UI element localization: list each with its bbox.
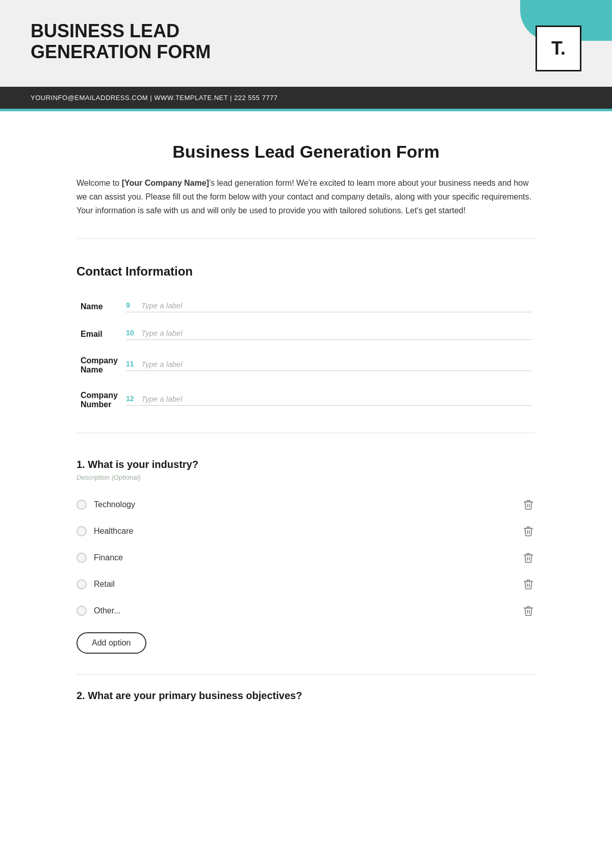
contact-table: Name 9 Type a label Email 10 Type a labe… <box>76 293 536 417</box>
main-content: Business Lead Generation Form Welcome to… <box>26 111 586 735</box>
radio-option-technology: Technology <box>76 491 536 518</box>
header-logo: T. <box>536 26 581 71</box>
question-1-section: 1. What is your industry? Description (O… <box>76 459 536 654</box>
field-row-email: 10 Type a label <box>126 329 531 340</box>
radio-label-technology: Technology <box>94 500 135 509</box>
field-placeholder-company-name: Type a label <box>141 360 183 368</box>
radio-circle-other[interactable] <box>76 606 87 616</box>
field-number-12: 12 <box>126 394 136 403</box>
radio-label-healthcare: Healthcare <box>94 527 133 536</box>
table-row: Email 10 Type a label <box>76 320 536 348</box>
radio-circle-technology[interactable] <box>76 500 87 510</box>
field-label-email: Email <box>76 320 122 348</box>
radio-option-left-technology: Technology <box>76 500 135 510</box>
radio-label-other: Other... <box>94 606 120 615</box>
radio-option-left-retail: Retail <box>76 579 115 589</box>
radio-option-healthcare: Healthcare <box>76 518 536 544</box>
divider-1 <box>76 238 536 239</box>
field-row-company-number: 12 Type a label <box>126 394 531 406</box>
field-label-name: Name <box>76 293 122 320</box>
table-row: Company Number 12 Type a label <box>76 383 536 417</box>
delete-icon-other[interactable] <box>521 604 536 618</box>
radio-option-retail: Retail <box>76 571 536 598</box>
radio-option-left-finance: Finance <box>76 553 123 563</box>
company-placeholder: [Your Company Name] <box>122 179 209 187</box>
field-row-name: 9 Type a label <box>126 301 531 312</box>
table-row: Name 9 Type a label <box>76 293 536 320</box>
description-part1: Welcome to <box>76 179 122 187</box>
delete-icon-technology[interactable] <box>521 498 536 512</box>
field-placeholder-email: Type a label <box>141 329 183 337</box>
field-label-company-name: Company Name <box>76 348 122 383</box>
field-label-company-number: Company Number <box>76 383 122 417</box>
radio-label-retail: Retail <box>94 580 115 589</box>
radio-option-left-other: Other... <box>76 606 120 616</box>
radio-option-left-healthcare: Healthcare <box>76 526 133 536</box>
info-bar: YOURINFO@EMAILADDRESS.COM | WWW.TEMPLATE… <box>0 87 612 109</box>
question-2-section: 2. What are your primary business object… <box>76 674 536 702</box>
field-number-11: 11 <box>126 360 136 368</box>
add-option-button[interactable]: Add option <box>76 632 146 654</box>
field-number-10: 10 <box>126 329 136 337</box>
field-row-company-name: 11 Type a label <box>126 360 531 371</box>
radio-circle-healthcare[interactable] <box>76 526 87 536</box>
delete-icon-healthcare[interactable] <box>521 524 536 538</box>
delete-icon-retail[interactable] <box>521 577 536 591</box>
question-1-title: 1. What is your industry? <box>76 459 536 470</box>
table-row: Company Name 11 Type a label <box>76 348 536 383</box>
contact-info-text: YOURINFO@EMAILADDRESS.COM | WWW.TEMPLATE… <box>31 94 278 102</box>
question-2-title: 2. What are your primary business object… <box>76 690 536 702</box>
field-placeholder-company-number: Type a label <box>141 394 183 403</box>
form-description: Welcome to [Your Company Name]'s lead ge… <box>76 176 536 218</box>
header-section: BUSINESS LEAD GENERATION FORM T. <box>0 0 612 87</box>
question-1-description: Description (Optional) <box>76 474 536 481</box>
delete-icon-finance[interactable] <box>521 551 536 565</box>
radio-circle-finance[interactable] <box>76 553 87 563</box>
radio-option-other: Other... <box>76 598 536 624</box>
radio-label-finance: Finance <box>94 553 123 562</box>
contact-section-title: Contact Information <box>76 264 536 279</box>
form-main-title: Business Lead Generation Form <box>76 142 536 162</box>
header-title: BUSINESS LEAD GENERATION FORM <box>31 20 211 63</box>
divider-2 <box>76 433 536 433</box>
radio-circle-retail[interactable] <box>76 579 87 589</box>
field-number-9: 9 <box>126 301 136 309</box>
field-placeholder-name: Type a label <box>141 301 183 310</box>
contact-section: Contact Information Name 9 Type a label … <box>76 264 536 417</box>
radio-option-finance: Finance <box>76 544 536 571</box>
